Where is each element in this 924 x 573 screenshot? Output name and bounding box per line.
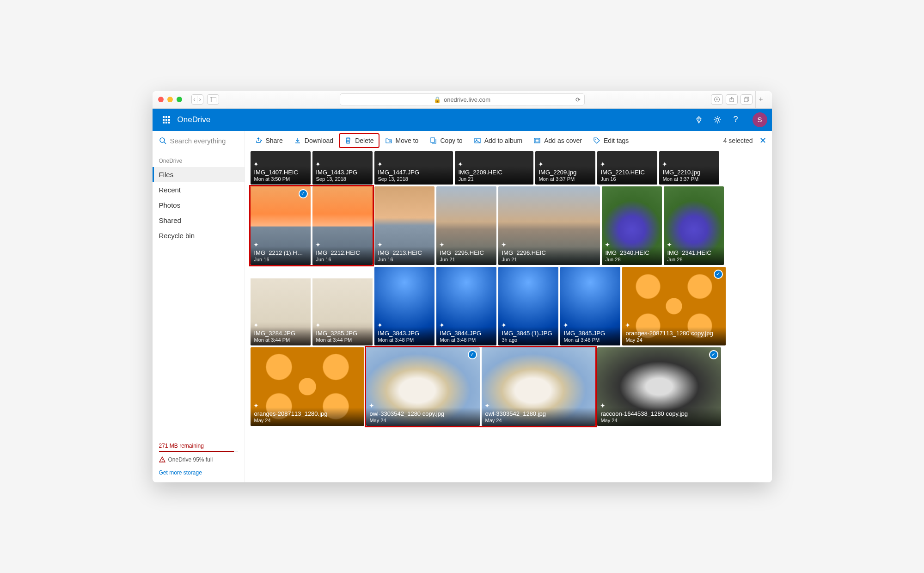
add-as-cover-command[interactable]: Add as cover <box>529 134 587 147</box>
address-bar[interactable]: 🔒 onedrive.live.com ⟳ <box>340 93 585 105</box>
file-tile[interactable]: ✦IMG_2341.HEICJun 28 <box>664 186 724 265</box>
file-tile[interactable]: ✦IMG_1447.JPGSep 13, 2018 <box>374 151 453 185</box>
add-to-album-command[interactable]: Add to album <box>469 134 527 147</box>
selected-check-icon[interactable]: ✓ <box>468 350 477 359</box>
file-tile[interactable]: ✦IMG_2213.HEICJun 16 <box>374 186 434 265</box>
file-tile[interactable]: ✦IMG_1407.HEICMon at 3:50 PM <box>251 151 311 185</box>
svg-rect-4 <box>744 98 748 102</box>
file-tile[interactable]: ✦IMG_2340.HEICJun 28 <box>602 186 662 265</box>
edit-tags-command[interactable]: Edit tags <box>588 134 633 147</box>
tabs-button[interactable] <box>740 94 753 105</box>
selected-check-icon[interactable]: ✓ <box>709 350 718 359</box>
forward-icon[interactable]: › <box>197 96 203 103</box>
nav-item-recycle-bin[interactable]: Recycle bin <box>153 228 245 243</box>
maximize-window-button[interactable] <box>177 97 182 102</box>
nav-item-photos[interactable]: Photos <box>153 197 245 213</box>
file-tile[interactable]: ✦owl-3303542_1280.jpgMay 24 <box>482 347 595 426</box>
file-date: May 24 <box>601 418 717 423</box>
url-text: onedrive.live.com <box>444 96 490 103</box>
breadcrumb[interactable]: OneDrive <box>153 151 245 167</box>
copy-command[interactable]: Copy to <box>425 134 467 147</box>
titlebar: ‹› 🔒 onedrive.live.com ⟳ + <box>153 91 772 109</box>
file-date: Sep 13, 2018 <box>378 176 449 182</box>
minimize-window-button[interactable] <box>167 97 173 102</box>
sidebar-toggle-button[interactable] <box>207 94 219 105</box>
share-button[interactable] <box>726 94 738 105</box>
search-icon <box>159 137 166 144</box>
app-launcher-button[interactable] <box>157 111 176 129</box>
file-date: Jun 16 <box>378 257 431 262</box>
file-tile[interactable]: ✦IMG_2210.jpgMon at 3:37 PM <box>659 151 719 185</box>
new-tab-button[interactable]: + <box>755 91 766 109</box>
file-tile[interactable]: ✦oranges-2087113_1280.jpgMay 24 <box>251 347 364 426</box>
selected-check-icon[interactable]: ✓ <box>714 270 723 279</box>
premium-icon[interactable] <box>694 115 704 124</box>
file-tile[interactable]: ✦IMG_3284.JPGMon at 3:44 PM <box>251 267 311 345</box>
file-name: IMG_1447.JPG <box>378 169 449 176</box>
file-tile[interactable]: ✦IMG_3845 (1).JPG3h ago <box>498 267 558 345</box>
file-tile[interactable]: ✦IMG_2212 (1).H…Jun 16✓ <box>251 186 311 265</box>
waffle-icon <box>163 116 170 123</box>
cover-icon <box>533 137 541 144</box>
file-name: IMG_2213.HEIC <box>378 249 431 256</box>
file-name: IMG_2212.HEIC <box>316 249 369 256</box>
move-command[interactable]: Move to <box>380 134 423 147</box>
search-placeholder: Search everything <box>170 137 226 145</box>
file-tile[interactable]: ✦IMG_2209.jpgMon at 3:37 PM <box>535 151 595 185</box>
download-command[interactable]: Download <box>289 134 338 147</box>
app-brand[interactable]: OneDrive <box>177 115 211 124</box>
share-command[interactable]: Share <box>251 134 288 147</box>
file-name: IMG_2210.jpg <box>663 169 716 176</box>
file-tile[interactable]: ✦IMG_1443.JPGSep 13, 2018 <box>312 151 373 185</box>
settings-button[interactable] <box>713 115 722 124</box>
user-avatar[interactable]: S <box>753 112 767 127</box>
file-date: 3h ago <box>502 337 555 343</box>
nav-item-files[interactable]: Files <box>153 167 245 182</box>
file-date: May 24 <box>254 418 361 423</box>
tag-icon <box>593 137 600 144</box>
file-date: Mon at 3:50 PM <box>254 176 307 182</box>
file-name: owl-3303542_1280.jpg <box>485 410 592 417</box>
file-tile[interactable]: ✦IMG_2296.HEICJun 21 <box>498 186 600 265</box>
folder-move-icon <box>385 137 392 144</box>
browser-window: ‹› 🔒 onedrive.live.com ⟳ + OneDr <box>153 91 772 482</box>
sidebar: Search everything OneDrive FilesRecentPh… <box>153 131 245 482</box>
file-tile[interactable]: ✦IMG_2295.HEICJun 21 <box>436 186 496 265</box>
file-name: IMG_3285.JPG <box>316 330 369 337</box>
selected-check-icon[interactable]: ✓ <box>299 189 308 198</box>
file-date: Mon at 3:44 PM <box>316 337 369 343</box>
file-tile[interactable]: ✦IMG_2209.HEICJun 21 <box>455 151 533 185</box>
search-box[interactable]: Search everything <box>153 131 245 151</box>
file-name: IMG_2209.jpg <box>539 169 592 176</box>
file-tile[interactable]: ✦IMG_3843.JPGMon at 3:48 PM <box>374 267 434 345</box>
file-tile[interactable]: ✦owl-3303542_1280 copy.jpgMay 24✓ <box>366 347 480 426</box>
file-tile[interactable]: ✦raccoon-1644538_1280 copy.jpgMay 24✓ <box>597 347 721 426</box>
clear-selection-button[interactable]: ✕ <box>759 136 766 146</box>
file-date: May 24 <box>485 418 592 423</box>
svg-point-6 <box>160 138 165 142</box>
file-date: Jun 21 <box>502 257 596 262</box>
album-icon <box>474 137 481 144</box>
nav-item-shared[interactable]: Shared <box>153 213 245 228</box>
nav-back-forward[interactable]: ‹› <box>191 94 203 105</box>
file-tile[interactable]: ✦IMG_3845.JPGMon at 3:48 PM <box>560 267 620 345</box>
file-name: IMG_2209.HEIC <box>459 169 530 176</box>
file-grid[interactable]: ✦IMG_1407.HEICMon at 3:50 PM✦IMG_1443.JP… <box>245 151 772 482</box>
nav-item-recent[interactable]: Recent <box>153 182 245 197</box>
file-tile[interactable]: ✦IMG_2210.HEICJun 16 <box>597 151 657 185</box>
file-date: Mon at 3:48 PM <box>378 337 431 343</box>
file-date: May 24 <box>370 418 476 423</box>
storage-panel: 271 MB remaining OneDrive 95% full Get m… <box>153 436 245 482</box>
downloads-button[interactable] <box>711 94 723 105</box>
file-tile[interactable]: ✦IMG_2212.HEICJun 16 <box>312 186 373 265</box>
back-icon[interactable]: ‹ <box>192 96 198 103</box>
file-tile[interactable]: ✦IMG_3285.JPGMon at 3:44 PM <box>312 267 373 345</box>
reload-icon[interactable]: ⟳ <box>575 96 581 103</box>
file-name: oranges-2087113_1280 copy.jpg <box>626 330 722 337</box>
close-window-button[interactable] <box>158 97 164 102</box>
delete-command[interactable]: Delete <box>340 134 378 147</box>
file-tile[interactable]: ✦IMG_3844.JPGMon at 3:48 PM <box>436 267 496 345</box>
help-button[interactable]: ? <box>731 115 740 124</box>
get-storage-link[interactable]: Get more storage <box>159 469 238 476</box>
file-tile[interactable]: ✦oranges-2087113_1280 copy.jpgMay 24✓ <box>622 267 726 345</box>
